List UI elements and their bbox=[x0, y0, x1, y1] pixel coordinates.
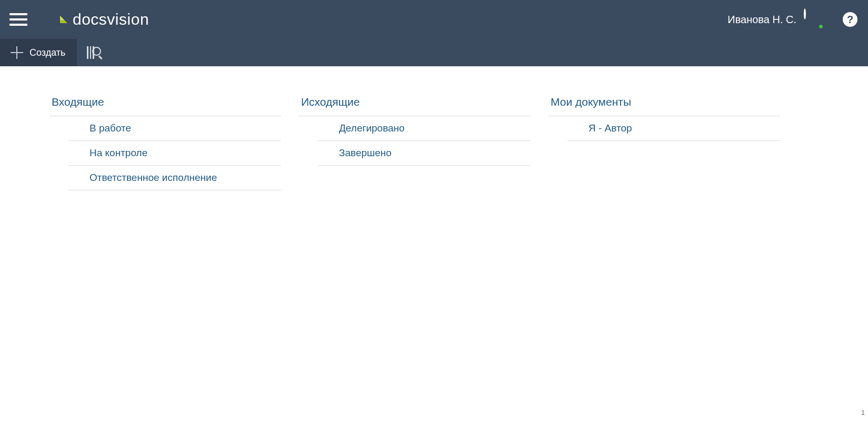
logo-mark-icon bbox=[59, 15, 68, 24]
column-outgoing: Исходящие Делегировано Завершено bbox=[299, 93, 531, 190]
column-incoming: Входящие В работе На контроле Ответствен… bbox=[49, 93, 281, 190]
top-bar: docsvision Иванова Н. С. ? bbox=[0, 0, 868, 39]
barcode-search-icon bbox=[87, 46, 104, 59]
column-header-outgoing[interactable]: Исходящие bbox=[299, 93, 531, 116]
logo-text: docsvision bbox=[73, 11, 149, 28]
plus-icon bbox=[11, 46, 23, 59]
dashboard-columns: Входящие В работе На контроле Ответствен… bbox=[0, 66, 868, 217]
folder-link[interactable]: Ответственное исполнение bbox=[68, 166, 281, 190]
column-header-my-docs[interactable]: Мои документы bbox=[548, 93, 780, 116]
user-name: Иванова Н. С. bbox=[727, 14, 796, 26]
avatar[interactable] bbox=[804, 9, 824, 29]
folder-link[interactable]: В работе bbox=[68, 116, 281, 141]
svg-marker-1 bbox=[60, 16, 64, 20]
folder-link[interactable]: Завершено bbox=[318, 141, 531, 166]
column-header-incoming[interactable]: Входящие bbox=[49, 93, 281, 116]
page-footer-mark: 1 bbox=[861, 409, 865, 416]
avatar-image bbox=[804, 8, 806, 19]
user-block[interactable]: Иванова Н. С. bbox=[727, 9, 824, 29]
menu-icon[interactable] bbox=[9, 10, 28, 29]
help-icon[interactable]: ? bbox=[843, 12, 857, 27]
app-logo[interactable]: docsvision bbox=[59, 11, 149, 28]
toolbar: Создать bbox=[0, 39, 868, 66]
column-my-docs: Мои документы Я - Автор bbox=[548, 93, 780, 190]
folder-link[interactable]: Я - Автор bbox=[567, 116, 780, 141]
folder-link[interactable]: Делегировано bbox=[318, 116, 531, 141]
presence-indicator-icon bbox=[818, 24, 824, 29]
create-button[interactable]: Создать bbox=[0, 39, 77, 66]
create-button-label: Создать bbox=[29, 47, 65, 58]
barcode-search-button[interactable] bbox=[77, 39, 114, 66]
folder-link[interactable]: На контроле bbox=[68, 141, 281, 166]
